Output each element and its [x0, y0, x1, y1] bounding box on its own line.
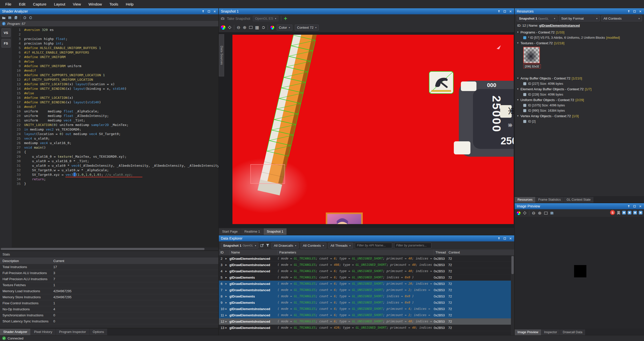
resource-group-header[interactable]: ▼Textures - Context:72[1/218] — [517, 40, 642, 46]
vertex-shader-button[interactable]: VS — [2, 28, 11, 37]
code-line[interactable]: 19uniform mediump float _AlphaScale; — [12, 109, 218, 114]
float-icon[interactable] — [633, 204, 636, 208]
expand-icon[interactable]: ▶ — [225, 308, 229, 310]
save-all-icon[interactable] — [14, 16, 18, 19]
zoom-out-icon[interactable]: ⊖ — [532, 211, 535, 215]
zoom-in-icon[interactable]: ⊕ — [538, 211, 541, 215]
code-line[interactable]: 27void main() — [12, 145, 218, 150]
code-horizontal-scrollbar[interactable] — [0, 247, 218, 250]
zoom-actual-icon[interactable] — [249, 26, 253, 29]
collapse-icon[interactable]: ▼ — [517, 42, 519, 44]
expand-icon[interactable]: ▶ — [225, 270, 229, 272]
drawcalls-dropdown[interactable]: All Drawcalls▾ — [271, 243, 298, 248]
code-line[interactable]: 32 SV_Target0.w = u_xlat0.w * _AlphaScal… — [12, 168, 218, 173]
code-line[interactable]: 21uniform mediump vec4 _Tint; — [12, 118, 218, 123]
tab-image-preview[interactable]: Image Preview — [515, 329, 541, 335]
close-icon[interactable] — [638, 204, 642, 208]
res-contexts-dropdown[interactable]: All Contexts▾ — [601, 16, 642, 21]
expand-icon[interactable]: ▶ — [225, 264, 229, 266]
menu-tools[interactable]: Tools — [106, 1, 122, 8]
tab-resources[interactable]: Resources — [515, 197, 535, 203]
take-snapshot-button[interactable]: Take Snapshot — [227, 17, 250, 21]
resource-group-header[interactable]: ▼Vertex Array Objects - Context:72[1/3] — [517, 113, 642, 119]
tab-options[interactable]: Options — [90, 329, 107, 335]
float-icon[interactable] — [503, 10, 506, 13]
expand-icon[interactable]: ▶ — [225, 276, 229, 279]
api-dropdown[interactable]: OpenGL ES▾ — [253, 16, 278, 21]
pixel-picker-icon[interactable] — [523, 211, 527, 215]
tab-snapshot-1[interactable]: Snapshot 1 — [264, 228, 287, 235]
tab-frame-statistics[interactable]: Frame Statistics — [536, 197, 564, 203]
drawcall-row[interactable]: 8▶glDrawElements( mode = GL_TRIANGLES; c… — [219, 293, 514, 300]
tab-inspector[interactable]: Inspector — [541, 329, 560, 335]
collapse-icon[interactable]: ▼ — [517, 88, 519, 90]
code-line[interactable]: 10#endif — [12, 68, 218, 73]
collapse-icon[interactable]: ▼ — [517, 77, 519, 79]
res-snapshot-dropdown[interactable]: Snapshot 1 OpenGL▾ — [517, 16, 557, 21]
code-line[interactable]: 17#define UNITY_BINDING(x) layout(std140… — [12, 100, 218, 105]
pin-icon[interactable] — [627, 10, 630, 13]
snapshot-image[interactable]: 000 25000 東 余 250 — [232, 35, 514, 224]
code-line[interactable]: 25vec4 u_xlat0; — [12, 136, 218, 141]
code-line[interactable]: 1#version 320 es — [12, 28, 218, 32]
resource-item[interactable]: ID [227] Size: 4096 bytes — [517, 81, 642, 86]
funnel-icon[interactable] — [266, 244, 269, 247]
drawcall-row[interactable]: 5▶glDrawElements( mode = GL_TRIANGLES; c… — [219, 274, 514, 281]
ime-mic-icon[interactable] — [628, 211, 631, 215]
code-line[interactable]: 29 u_xlat16_0 = texture(_MainTex, vs_TEX… — [12, 154, 218, 159]
expand-icon[interactable]: ▶ — [225, 283, 229, 285]
color-wheel-icon[interactable] — [221, 25, 225, 30]
code-line[interactable]: 12#if UNITY_SUPPORTS_UNIFORM_LOCATION — [12, 77, 218, 82]
save-image-icon[interactable] — [550, 211, 554, 215]
drawcall-row[interactable]: 11▶glDrawElementsInstanced( mode = GL_TR… — [219, 312, 514, 318]
code-line[interactable]: 30 u_xlat0 = u_xlat16_0 * _Tint; — [12, 159, 218, 163]
collapse-icon[interactable]: ▼ — [517, 99, 519, 101]
expand-icon[interactable]: ▶ — [225, 320, 229, 323]
code-line[interactable]: 18#endif — [12, 105, 218, 109]
image-preview-viewport[interactable] — [515, 217, 644, 329]
code-line[interactable]: 2 — [12, 32, 218, 37]
export-icon[interactable] — [260, 244, 264, 247]
expand-icon[interactable]: ▶ — [225, 314, 229, 316]
menu-help[interactable]: Help — [122, 1, 137, 8]
resource-group-header[interactable]: ▼Programs - Context:72[1/33] — [517, 29, 642, 35]
sort-dropdown[interactable]: Sort by Format▾ — [559, 16, 600, 21]
menu-window[interactable]: Window — [85, 1, 106, 8]
close-icon[interactable] — [638, 10, 642, 13]
drawcall-row[interactable]: 6▶glDrawElementsInstanced( mode = GL_TRI… — [219, 281, 514, 287]
code-line[interactable]: 15#else — [12, 91, 218, 96]
code-line[interactable]: 28{ — [12, 150, 218, 154]
code-line[interactable]: 33 SV_Target0.xyz = vec3(1.0,1.0,1.0); /… — [12, 173, 218, 177]
resource-item[interactable]: ID [990] Size: 16384 bytes — [517, 108, 642, 113]
resource-group-header[interactable]: ▼Uniform Buffer Objects - Context:72[2/2… — [517, 97, 642, 103]
code-line[interactable]: 22UNITY_LOCATION(0) uniform mediump samp… — [12, 123, 218, 127]
drawcall-row[interactable]: 13▶glDrawElementsInstanced( mode = GL_TR… — [219, 325, 514, 331]
ime-language-indicator[interactable]: 英 — [617, 210, 620, 215]
code-line[interactable]: 35} — [12, 182, 218, 186]
menu-view[interactable]: View — [69, 1, 85, 8]
menu-file[interactable]: File — [2, 1, 15, 8]
de-snapshot-dropdown[interactable]: Snapshot 1 OpenGL ▾ — [221, 243, 258, 248]
expand-icon[interactable]: ▶ — [225, 302, 229, 304]
menu-capture[interactable]: Capture — [29, 1, 50, 8]
resource-item[interactable]: ID [2] — [517, 119, 642, 124]
grid-icon[interactable]: ▦ — [255, 25, 259, 30]
ime-logo-icon[interactable]: S — [610, 210, 615, 215]
color-wheel-icon[interactable] — [517, 211, 520, 215]
close-icon[interactable] — [509, 10, 512, 13]
context-dropdown[interactable]: Context 72▾ — [295, 25, 319, 30]
resource-item[interactable]: ID [228] Size: 4096 bytes — [517, 92, 642, 97]
collapse-icon[interactable]: ▼ — [517, 31, 519, 33]
tab-realtime-1[interactable]: Realtime 1 — [241, 228, 263, 235]
drawcall-row[interactable]: 10▶glDrawElementsInstanced( mode = GL_TR… — [219, 306, 514, 312]
resource-group-header[interactable]: ▼Array Buffer Objects - Context:72[1/210… — [517, 75, 642, 81]
filter-params-input[interactable] — [394, 243, 431, 248]
code-line[interactable]: 7#define UNITY_UNIFORM — [12, 55, 218, 59]
float-icon[interactable] — [207, 10, 211, 13]
ime-keyboard-icon[interactable] — [633, 211, 637, 215]
texture-thumbnail[interactable] — [523, 47, 540, 63]
drawcall-row[interactable]: 2▶glDrawElementsInstanced( mode = GL_TRI… — [219, 255, 514, 262]
code-line[interactable]: 9#define UNITY_UNIFORM uniform — [12, 64, 218, 68]
pin-icon[interactable] — [497, 10, 501, 13]
tab-start-page[interactable]: Start Page — [219, 228, 241, 235]
